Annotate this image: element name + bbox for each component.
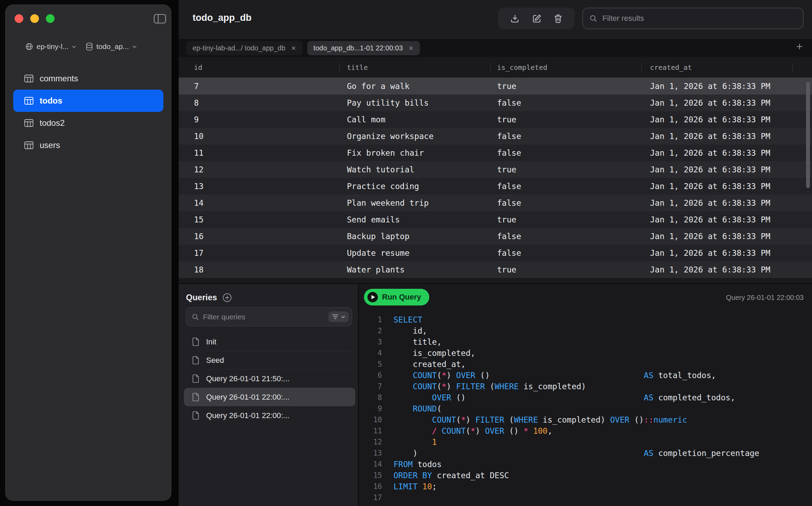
line-number: 2 <box>359 327 382 335</box>
cell-is_completed: false <box>497 232 521 241</box>
table-column-headers: idtitleis_completedcreated_at <box>179 57 812 78</box>
table-scrollbar-thumb[interactable] <box>806 82 810 188</box>
column-divider[interactable] <box>490 63 491 72</box>
query-item-2[interactable]: Query 26-01-01 21:50:... <box>184 369 355 388</box>
server-selector[interactable]: ep-tiny-l... <box>25 42 76 51</box>
code-text: ROUND( <box>393 404 442 413</box>
table-row[interactable]: 16Backup laptopfalseJan 1, 2026 at 6:38:… <box>179 228 812 245</box>
code-line[interactable]: 14FROM todos <box>359 459 812 470</box>
table-row[interactable]: 14Plan weekend tripfalseJan 1, 2026 at 6… <box>179 195 812 211</box>
table-row[interactable]: 12Watch tutorialtrueJan 1, 2026 at 6:38:… <box>179 161 812 178</box>
cell-is_completed: false <box>497 182 521 191</box>
query-item-4[interactable]: Query 26-01-01 22:00:... <box>184 406 355 425</box>
table-row[interactable]: 7Go for a walktrueJan 1, 2026 at 6:38:33… <box>179 78 812 95</box>
code-text: LIMIT 10; <box>393 482 437 491</box>
filter-lines-icon <box>332 314 339 319</box>
cell-title: Call mom <box>347 115 385 124</box>
code-line[interactable]: 12 1 <box>359 436 812 448</box>
document-icon <box>193 411 200 420</box>
query-sort-filter-button[interactable] <box>328 311 349 322</box>
line-number: 10 <box>359 416 382 424</box>
column-header-id[interactable]: id <box>194 63 202 72</box>
code-line[interactable]: 5 created_at, <box>359 359 812 370</box>
query-list: InitSeedQuery 26-01-01 21:50:...Query 26… <box>184 333 355 425</box>
filter-queries-field <box>186 307 352 326</box>
column-divider[interactable] <box>641 63 642 72</box>
line-number: 14 <box>359 460 382 468</box>
code-line[interactable]: 3 title, <box>359 336 812 348</box>
database-name: todo_ap... <box>96 42 129 51</box>
add-tab-button[interactable] <box>795 42 804 51</box>
table-row[interactable]: 10Organize workspacefalseJan 1, 2026 at … <box>179 128 812 145</box>
code-text: / COUNT(*) OVER () * 100, <box>393 426 552 435</box>
close-window-button[interactable] <box>15 14 23 23</box>
new-query-button[interactable] <box>532 14 542 23</box>
cell-id: 17 <box>194 248 204 258</box>
table-row[interactable]: 18Water plantstrueJan 1, 2026 at 6:38:33… <box>179 261 812 278</box>
database-selector[interactable]: todo_ap... <box>86 42 137 51</box>
sidebar-toggle-icon[interactable] <box>154 14 166 25</box>
cell-created_at: Jan 1, 2026 at 6:38:33 PM <box>650 248 770 258</box>
cell-is_completed: true <box>497 115 516 124</box>
column-divider[interactable] <box>793 63 793 72</box>
table-row[interactable]: 13Practice codingfalseJan 1, 2026 at 6:3… <box>179 178 812 195</box>
code-line[interactable]: 17 <box>359 492 812 503</box>
query-item-0[interactable]: Init <box>184 333 355 351</box>
add-query-button[interactable] <box>222 293 232 302</box>
code-line[interactable]: 1SELECT <box>359 314 812 325</box>
line-number: 4 <box>359 349 382 357</box>
tabs: ep-tiny-lab-ad.../ todo_app_dbtodo_app_d… <box>186 41 420 55</box>
tab-0[interactable]: ep-tiny-lab-ad.../ todo_app_db <box>186 41 302 55</box>
close-tab-icon[interactable] <box>291 46 296 51</box>
table-row[interactable]: 9Call momtrueJan 1, 2026 at 6:38:33 PM <box>179 111 812 128</box>
document-icon <box>193 356 200 365</box>
code-text: FROM todos <box>393 460 441 469</box>
column-header-title[interactable]: title <box>347 63 368 72</box>
sidebar-table-todos2[interactable]: todos2 <box>13 112 163 134</box>
cell-id: 12 <box>194 165 204 174</box>
filter-queries-input[interactable] <box>203 313 325 321</box>
export-button[interactable] <box>510 14 520 23</box>
code-line[interactable]: 9 ROUND( <box>359 403 812 414</box>
code-line[interactable]: 2 id, <box>359 325 812 336</box>
code-text: ORDER BY created_at DESC <box>393 471 509 480</box>
code-line[interactable]: 6 COUNT(*) OVER () AS total_todos, <box>359 370 812 381</box>
table-label: comments <box>40 74 78 83</box>
code-line[interactable]: 15ORDER BY created_at DESC <box>359 470 812 481</box>
sidebar-table-users[interactable]: users <box>13 134 163 156</box>
zoom-window-button[interactable] <box>46 14 55 23</box>
code-line[interactable]: 4 is_completed, <box>359 348 812 359</box>
table-label: users <box>40 140 60 150</box>
code-line[interactable]: 13 ) AS completion_percentage <box>359 448 812 459</box>
table-row[interactable]: 17Update resumefalseJan 1, 2026 at 6:38:… <box>179 245 812 261</box>
cell-id: 15 <box>194 215 204 224</box>
code-line[interactable]: 11 / COUNT(*) OVER () * 100, <box>359 425 812 436</box>
close-tab-icon[interactable] <box>408 46 414 51</box>
query-label: Init <box>206 337 216 346</box>
tab-bar: ep-tiny-lab-ad.../ todo_app_dbtodo_app_d… <box>179 39 812 57</box>
sidebar-table-todos[interactable]: todos <box>13 90 163 112</box>
code-line[interactable]: 16LIMIT 10; <box>359 481 812 492</box>
query-item-3[interactable]: Query 26-01-01 22:00:... <box>184 388 355 406</box>
minimize-window-button[interactable] <box>30 14 39 23</box>
tab-1[interactable]: todo_app_db...1-01 22:00:03 <box>307 41 420 55</box>
run-query-button[interactable]: Run Query <box>364 289 429 305</box>
code-line[interactable]: 10 COUNT(*) FILTER (WHERE is_completed) … <box>359 414 812 425</box>
column-header-is_completed[interactable]: is_completed <box>497 63 547 72</box>
code-line[interactable]: 8 OVER () AS completed_todos, <box>359 392 812 403</box>
delete-button[interactable] <box>554 14 562 23</box>
filter-results-input[interactable] <box>602 14 797 23</box>
table-row[interactable]: 8Pay utility billsfalseJan 1, 2026 at 6:… <box>179 95 812 111</box>
column-header-created_at[interactable]: created_at <box>650 63 692 72</box>
queries-panel: Queries <box>179 283 358 506</box>
sidebar-table-comments[interactable]: comments <box>13 67 163 90</box>
code-line[interactable]: 7 COUNT(*) FILTER (WHERE is_completed) <box>359 381 812 392</box>
cell-created_at: Jan 1, 2026 at 6:38:33 PM <box>650 98 770 107</box>
query-item-1[interactable]: Seed <box>184 351 355 369</box>
cell-created_at: Jan 1, 2026 at 6:38:33 PM <box>650 115 770 124</box>
sidebar: ep-tiny-l... todo_ap... commentstodostod… <box>5 5 171 501</box>
column-divider[interactable] <box>339 63 340 72</box>
code-text: SELECT <box>393 315 422 324</box>
table-row[interactable]: 11Fix broken chairfalseJan 1, 2026 at 6:… <box>179 145 812 161</box>
table-row[interactable]: 15Send emailstrueJan 1, 2026 at 6:38:33 … <box>179 211 812 228</box>
